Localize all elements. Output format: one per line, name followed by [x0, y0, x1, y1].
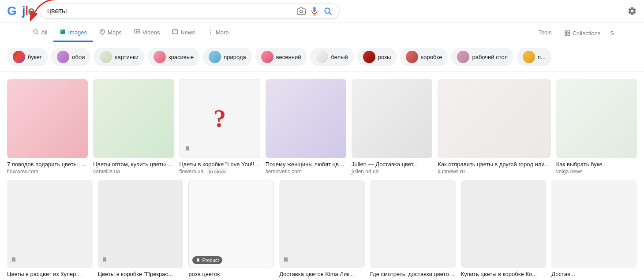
svg-rect-18 [565, 34, 566, 35]
result-image-r2-6 [461, 180, 547, 268]
svg-line-7 [37, 33, 38, 34]
result-title-r2-2: Цветы в коробке "Прекрас... [98, 271, 183, 277]
save-icon-3 [184, 146, 191, 153]
safe-search-indicator: S [607, 30, 618, 37]
nav-maps[interactable]: Maps [93, 24, 128, 42]
result-image-r2-5 [370, 180, 456, 268]
result-image-r2-1 [7, 180, 93, 268]
result-title-4: Почему женщины любят цвет... [266, 161, 346, 168]
svg-rect-16 [565, 31, 566, 33]
camera-search-button[interactable] [297, 7, 306, 15]
chip-kartinki-thumb [100, 51, 112, 63]
nav-news[interactable]: News [166, 24, 201, 42]
result-title-7: Как выбрать буке... [556, 161, 637, 168]
more-icon: ⋮ [207, 29, 213, 36]
result-item-r2-3[interactable]: Product роза цветок [188, 180, 274, 277]
maps-icon [99, 29, 105, 36]
save-icon-r2-2 [101, 257, 108, 265]
chip-vesenniy-thumb [261, 51, 273, 63]
product-icon [196, 258, 200, 262]
results-row-2: Цветы в расцвет из Купер... Цветы в коро… [7, 180, 637, 277]
result-source-3: flowers.ua In stock [180, 168, 260, 175]
all-icon [33, 29, 39, 36]
svg-rect-19 [568, 34, 569, 35]
result-source-4: semicvetic.com [266, 168, 346, 175]
chip-rabochiy-stol-thumb [457, 51, 469, 63]
result-item-4[interactable]: Почему женщины любят цвет... semicvetic.… [266, 79, 346, 175]
result-title-r2-7: Достав... [551, 271, 637, 277]
result-image-3: ? [180, 79, 260, 158]
chip-belyy[interactable]: белый [310, 48, 353, 66]
result-image-r2-7 [551, 180, 637, 268]
result-title-6: Как отправить цветы в другой город или с… [438, 161, 551, 168]
result-title-3: Цветы в коробке "Love You!!!" – ... [180, 161, 260, 168]
result-item-r2-2[interactable]: Цветы в коробке "Прекрас... [98, 180, 183, 277]
svg-rect-17 [568, 31, 569, 33]
result-item-r2-1[interactable]: Цветы в расцвет из Купер... [7, 180, 93, 277]
chip-buket[interactable]: букет [7, 48, 48, 66]
result-title-5: Julien — Доставка цвет... [352, 161, 432, 168]
result-title-2: Цветы оптом, купить цветы в К... [93, 161, 174, 168]
nav-videos[interactable]: Videos [128, 24, 166, 42]
header: G jle цветы [0, 0, 644, 22]
chip-vesenniy[interactable]: весенний [255, 48, 307, 66]
chip-p[interactable]: п... [517, 48, 551, 66]
result-item-1[interactable]: 7 поводов подарить цветы | ста... flowwo… [7, 79, 88, 175]
result-item-r2-4[interactable]: Доставка цветов Kima Лик... [279, 180, 365, 277]
result-image-6 [438, 79, 551, 158]
svg-point-10 [101, 30, 103, 32]
result-image-4 [266, 79, 346, 158]
search-input[interactable]: цветы [47, 7, 292, 15]
result-title-r2-6: Купить цветы в коробке Ко... [461, 271, 547, 277]
chip-krasivye[interactable]: красивые [148, 48, 199, 66]
result-title-1: 7 поводов подарить цветы | ста... [7, 161, 88, 168]
result-item-r2-7[interactable]: Достав... [551, 180, 637, 277]
result-item-r2-6[interactable]: Купить цветы в коробке Ко... [461, 180, 547, 277]
tools-button[interactable]: Tools [532, 25, 558, 41]
question-mark-icon: ? [213, 105, 226, 133]
chip-priroda[interactable]: природа [203, 48, 252, 66]
google-logo[interactable]: G [7, 4, 17, 18]
videos-icon [134, 29, 140, 36]
result-item-2[interactable]: Цветы оптом, купить цветы в К... camelli… [93, 79, 174, 175]
chip-rabochiy-stol[interactable]: рабочий стол [451, 48, 513, 66]
result-source-2: camellia.ua [93, 168, 174, 175]
chip-korobke[interactable]: коробке [400, 48, 448, 66]
save-icon-r2-4 [283, 257, 289, 265]
result-item-3[interactable]: ? Цветы в коробке "Love You!!!" – ... fl… [180, 79, 260, 175]
voice-search-button[interactable] [310, 7, 319, 15]
chip-rozy[interactable]: розы [357, 48, 397, 66]
chip-oboi[interactable]: обои [51, 48, 90, 66]
result-image-7 [556, 79, 637, 158]
search-bar[interactable]: цветы [40, 4, 340, 19]
result-image-r2-2 [98, 180, 183, 268]
nav-more[interactable]: ⋮ More [201, 25, 235, 42]
results-row-1: 7 поводов подарить цветы | ста... flowwo… [7, 79, 637, 175]
nav-all[interactable]: All [26, 24, 53, 42]
result-title-r2-5: Где смотреть, доставки цветов в Укр... [370, 271, 456, 277]
chip-kartinki[interactable]: картинки [94, 48, 144, 66]
result-image-5 [352, 79, 432, 158]
result-item-6[interactable]: Как отправить цветы в другой город или с… [438, 79, 551, 175]
svg-point-9 [62, 30, 63, 31]
chip-buket-thumb [13, 51, 25, 63]
svg-point-4 [325, 8, 330, 13]
chip-krasivye-thumb [154, 51, 166, 63]
result-item-5[interactable]: Julien — Доставка цвет... julien.od.ua [352, 79, 432, 175]
svg-marker-12 [137, 31, 139, 33]
chip-korobke-thumb [406, 51, 418, 63]
result-item-7[interactable]: Как выбрать буке... volga.news [556, 79, 637, 175]
chips-bar: букет обои картинки красивые природа вес… [0, 42, 644, 72]
settings-button[interactable] [627, 6, 637, 16]
chip-belyy-thumb [316, 51, 328, 63]
nav-images[interactable]: Images [53, 24, 93, 42]
logo-area: jle [22, 4, 34, 18]
result-image-1 [7, 79, 88, 158]
collections-button[interactable]: Collections [558, 26, 607, 41]
result-title-r2-4: Доставка цветов Kima Лик... [279, 271, 365, 277]
result-item-r2-5[interactable]: Где смотреть, доставки цветов в Укр... [370, 180, 456, 277]
header-right [627, 6, 637, 16]
search-button[interactable] [323, 7, 332, 15]
result-source-6: kubnews.ru [438, 168, 551, 175]
nav-bar: All Images Maps Videos News ⋮ More Tools… [0, 22, 644, 42]
